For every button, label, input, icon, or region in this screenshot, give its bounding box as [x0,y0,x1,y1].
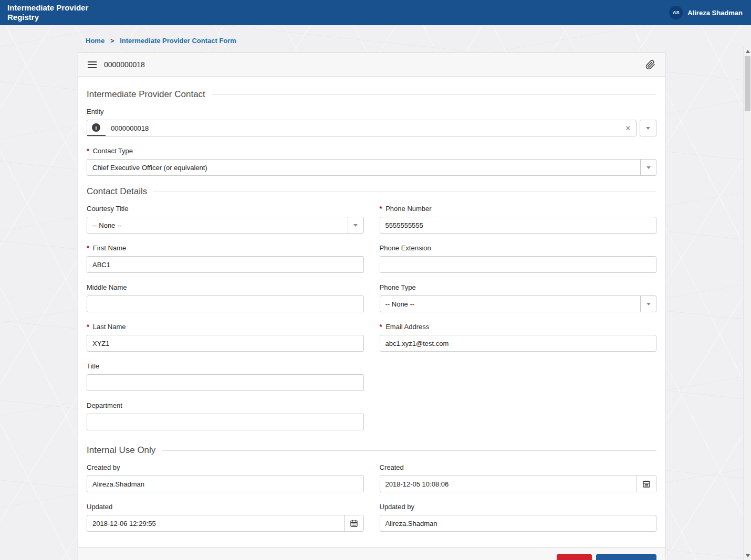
content-area: Home > Intermediate Provider Contact For… [0,25,751,560]
page: Intermediate Provider Registry AS Alirez… [0,0,751,560]
middle-name-label: Middle Name [87,283,364,291]
updated-by-input[interactable] [380,515,657,532]
required-marker: * [87,147,89,155]
created-by-label: Created by [87,463,364,471]
caret-down-icon [348,217,363,233]
phone-number-input[interactable] [380,217,657,234]
field-last-name: * Last Name [87,323,364,352]
last-name-input[interactable] [87,335,364,352]
field-entity: Entity i × [87,108,656,136]
courtesy-title-label: Courtesy Title [87,205,364,213]
field-contact-type: * Contact Type Chief Executive Officer (… [87,147,656,176]
created-label: Created [380,463,657,471]
chevron-right-icon: > [110,37,114,45]
delete-button[interactable]: Delete [557,554,592,560]
field-middle-name: Middle Name [87,283,364,312]
caret-down-icon [640,160,656,175]
created-by-input[interactable] [87,476,364,492]
field-email: * Email Address [380,323,657,352]
required-marker: * [87,323,89,331]
phone-extension-input[interactable] [380,256,657,273]
courtesy-title-select[interactable]: -- None -- [87,217,364,234]
record-number: 0000000018 [104,60,145,69]
user-menu[interactable]: AS Alireza Shadman [669,6,743,19]
department-label: Department [87,401,364,409]
save-button[interactable]: Save (Ctrl + s) [596,554,656,560]
app-header: Intermediate Provider Registry AS Alirez… [0,0,751,25]
required-marker: * [87,244,89,252]
scroll-up-icon[interactable] [744,47,751,56]
grid-spacer [380,401,657,441]
paperclip-icon[interactable] [645,60,655,70]
required-marker: * [380,323,382,331]
last-name-label: * Last Name [87,323,364,331]
record-preview-button[interactable]: i [87,120,106,136]
field-phone-type: Phone Type -- None -- [380,283,657,312]
required-marker: * [380,205,382,213]
scrollbar-thumb[interactable] [745,56,750,111]
record-card: 0000000018 Intermediate Provider Contact… [78,52,665,560]
breadcrumb-current[interactable]: Intermediate Provider Contact Form [120,37,236,45]
calendar-icon[interactable] [637,476,656,492]
record-header: 0000000018 [78,53,665,77]
department-input[interactable] [87,414,364,430]
section-title-internal: Internal Use Only [87,445,656,456]
created-date-group [380,476,657,492]
info-icon: i [92,123,100,132]
section-title-contact: Intermediate Provider Contact [87,89,656,100]
field-first-name: * First Name [87,244,364,273]
internal-use-grid: Created by Created [87,463,656,542]
breadcrumb-home-link[interactable]: Home [86,37,105,45]
updated-date-group [87,515,364,532]
entity-dropdown-button[interactable] [640,120,656,136]
updated-input[interactable] [87,515,344,531]
clear-icon[interactable]: × [620,124,636,132]
phone-extension-label: Phone Extension [380,244,657,252]
avatar: AS [669,6,683,19]
entity-input[interactable] [106,120,620,136]
entity-reference-box: i × [87,120,637,136]
middle-name-input[interactable] [87,295,364,312]
contact-type-label: * Contact Type [87,147,656,155]
contact-type-select[interactable]: Chief Executive Officer (or equivalent) [87,159,656,176]
phone-number-label: * Phone Number [380,205,657,213]
vertical-scrollbar[interactable] [743,47,751,560]
phone-type-label: Phone Type [380,283,657,291]
phone-type-select[interactable]: -- None -- [380,295,657,312]
email-label: * Email Address [380,323,657,331]
form-body: Intermediate Provider Contact Entity i [78,77,665,547]
user-name: Alireza Shadman [687,9,743,17]
app-title: Intermediate Provider Registry [7,3,118,22]
caret-down-icon [646,127,650,130]
field-title: Title [87,362,364,391]
entity-label: Entity [87,108,656,115]
field-phone-number: * Phone Number [380,205,657,234]
field-updated: Updated [87,503,364,532]
contact-details-grid: Courtesy Title -- None -- * Phone Number [87,205,656,441]
field-created-by: Created by [87,463,364,492]
form-actions: Delete Save (Ctrl + s) [78,547,665,560]
grid-spacer [380,362,657,401]
email-input[interactable] [380,335,657,352]
created-input[interactable] [380,476,637,492]
first-name-input[interactable] [87,256,364,273]
title-label: Title [87,362,364,370]
first-name-label: * First Name [87,244,364,252]
caret-down-icon [640,296,656,312]
field-courtesy-title: Courtesy Title -- None -- [87,205,364,234]
scroll-down-icon[interactable] [744,552,751,560]
field-department: Department [87,401,364,430]
form-context-menu-icon[interactable] [88,61,97,68]
calendar-icon[interactable] [344,515,363,531]
breadcrumb: Home > Intermediate Provider Contact For… [86,37,751,45]
field-updated-by: Updated by [380,503,657,532]
title-input[interactable] [87,374,364,391]
updated-by-label: Updated by [380,503,657,511]
section-title-details: Contact Details [87,186,656,197]
updated-label: Updated [87,503,364,511]
field-created: Created [380,463,657,492]
field-phone-extension: Phone Extension [380,244,657,273]
